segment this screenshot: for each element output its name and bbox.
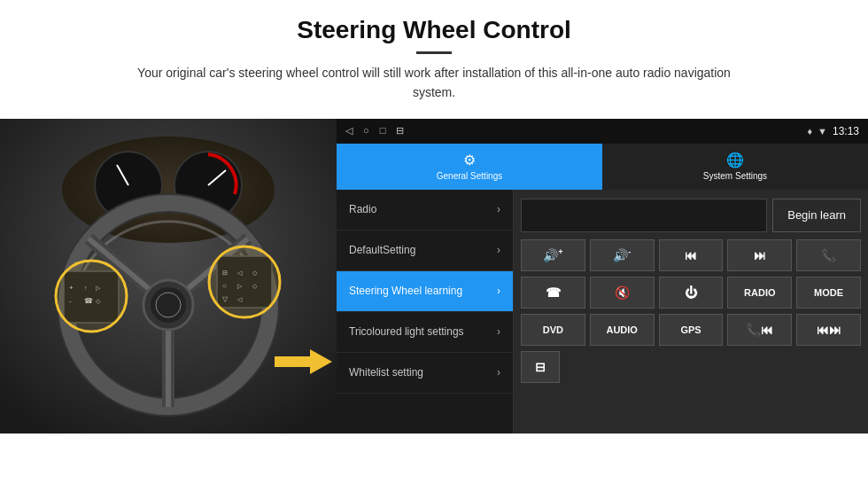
tab-general-settings[interactable]: ⚙ General Settings	[337, 144, 602, 190]
title-divider	[416, 51, 452, 54]
back-icon[interactable]: ◁	[345, 125, 353, 137]
mode-label: MODE	[814, 287, 843, 298]
gear-icon: ⚙	[463, 152, 476, 168]
volume-up-icon: 🔊+	[543, 247, 562, 262]
next-track-button[interactable]: ⏭	[727, 239, 792, 271]
android-nav-icons: ◁ ○ □ ⊟	[345, 125, 404, 137]
menu-item-whitelist[interactable]: Whitelist setting ›	[337, 353, 513, 394]
phone-button[interactable]: 📞	[796, 239, 861, 271]
list-icon: ⊟	[535, 360, 546, 374]
steering-wheel-image: + ↑ - ☎ ▷ ◇ ⊟ ◁ ◇ ○ ▷ ◇ ▽ ◁	[0, 119, 337, 434]
button-row-3: DVD AUDIO GPS 📞⏮ ⏮⏭	[521, 314, 861, 346]
recents-icon[interactable]: □	[380, 125, 386, 137]
main-content: + ↑ - ☎ ▷ ◇ ⊟ ◁ ◇ ○ ▷ ◇ ▽ ◁	[0, 119, 868, 434]
sw-wrapper: + ↑ - ☎ ▷ ◇ ⊟ ◁ ◇ ○ ▷ ◇ ▽ ◁	[0, 119, 337, 434]
audio-label: AUDIO	[606, 324, 637, 335]
audio-button[interactable]: AUDIO	[590, 314, 655, 346]
menu-radio-label: Radio	[349, 203, 497, 215]
prev-track-button[interactable]: ⏮	[659, 239, 724, 271]
settings-content: Radio › DefaultSetting › Steering Wheel …	[337, 190, 868, 434]
volume-up-button[interactable]: 🔊+	[521, 239, 585, 271]
mode-button[interactable]: MODE	[796, 277, 861, 309]
chevron-icon: ›	[497, 325, 500, 338]
button-row-2: ☎ 🔇 ⏻ RADIO MODE	[521, 277, 861, 309]
chevron-icon: ›	[497, 203, 500, 215]
status-indicators: ♦ ▼ 13:13	[807, 125, 859, 137]
power-icon: ⏻	[685, 285, 697, 300]
gps-button[interactable]: GPS	[659, 314, 724, 346]
page-title: Steering Wheel Control	[53, 16, 815, 44]
menu-item-tricoloured[interactable]: Tricoloured light settings ›	[337, 312, 513, 353]
clock: 13:13	[833, 125, 859, 137]
prev-next-icon: ⏮⏭	[817, 323, 841, 337]
tab-system-label: System Settings	[703, 171, 767, 181]
phone-prev-button[interactable]: 📞⏮	[727, 314, 792, 346]
menu-item-steering[interactable]: Steering Wheel learning ›	[337, 271, 513, 312]
empty-display-box	[521, 199, 767, 232]
tab-bar: ⚙ General Settings 🌐 System Settings	[337, 144, 868, 190]
tab-system-settings[interactable]: 🌐 System Settings	[602, 144, 868, 190]
top-row: Begin learn	[521, 197, 861, 234]
answer-icon: ☎	[546, 285, 561, 300]
globe-icon: 🌐	[726, 152, 744, 168]
prev-icon: ⏮	[685, 248, 697, 262]
settings-menu: Radio › DefaultSetting › Steering Wheel …	[337, 190, 514, 434]
menu-item-radio[interactable]: Radio ›	[337, 190, 513, 230]
svg-point-33	[56, 261, 127, 332]
tab-general-label: General Settings	[437, 171, 503, 181]
menu-whitelist-label: Whitelist setting	[349, 366, 497, 379]
button-row-1: 🔊+ 🔊- ⏮ ⏭ 📞	[521, 239, 861, 271]
button-row-4: ⊟	[521, 351, 861, 383]
dvd-label: DVD	[543, 324, 563, 335]
phone-prev-icon: 📞⏮	[746, 323, 773, 337]
chevron-icon: ›	[497, 366, 500, 379]
control-panel: Begin learn 🔊+ 🔊- ⏮ ⏭	[514, 190, 868, 434]
ui-panel: ◁ ○ □ ⊟ ♦ ▼ 13:13 ⚙ General Settings 🌐 S…	[337, 119, 868, 434]
begin-learn-button[interactable]: Begin learn	[772, 199, 861, 232]
mute-icon: 🔇	[615, 285, 630, 300]
volume-down-button[interactable]: 🔊-	[590, 239, 655, 271]
menu-tricoloured-label: Tricoloured light settings	[349, 325, 497, 338]
gps-label: GPS	[680, 324, 701, 335]
radio-button[interactable]: RADIO	[727, 277, 792, 309]
menu-item-default[interactable]: DefaultSetting ›	[337, 230, 513, 271]
phone-icon: 📞	[821, 248, 836, 262]
menu-steering-label: Steering Wheel learning	[349, 285, 497, 297]
mute-button[interactable]: 🔇	[590, 277, 655, 309]
header-subtitle: Your original car's steering wheel contr…	[124, 63, 744, 103]
answer-button[interactable]: ☎	[521, 277, 585, 309]
svg-point-34	[209, 246, 280, 317]
page-header: Steering Wheel Control Your original car…	[0, 0, 868, 112]
steering-wheel-svg: + ↑ - ☎ ▷ ◇ ⊟ ◁ ◇ ○ ▷ ◇ ▽ ◁	[0, 119, 337, 434]
volume-down-icon: 🔊-	[613, 247, 631, 262]
prev-next-button[interactable]: ⏮⏭	[796, 314, 861, 346]
dvd-button[interactable]: DVD	[521, 314, 585, 346]
power-button[interactable]: ⏻	[659, 277, 724, 309]
list-button[interactable]: ⊟	[521, 351, 560, 383]
status-bar: ◁ ○ □ ⊟ ♦ ▼ 13:13	[337, 119, 868, 144]
home-icon[interactable]: ○	[363, 125, 369, 137]
chevron-icon: ›	[497, 244, 500, 256]
next-icon: ⏭	[754, 248, 766, 262]
wifi-icon: ▼	[818, 126, 827, 137]
menu-default-label: DefaultSetting	[349, 244, 497, 256]
radio-label: RADIO	[744, 287, 775, 298]
chevron-icon-active: ›	[497, 285, 500, 297]
location-icon: ♦	[807, 126, 812, 137]
menu-icon[interactable]: ⊟	[396, 125, 404, 137]
